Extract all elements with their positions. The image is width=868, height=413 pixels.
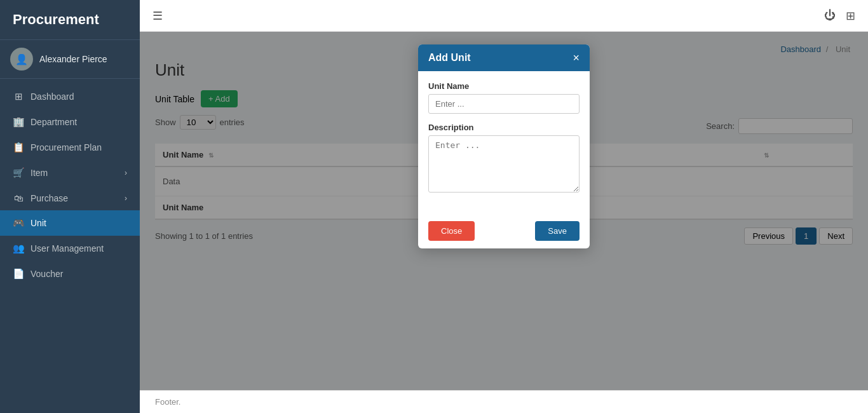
sidebar-item-label: Dashboard — [31, 91, 74, 102]
sidebar-item-voucher[interactable]: 📄 Voucher — [0, 261, 140, 287]
grid-icon[interactable]: ⊞ — [846, 9, 855, 23]
save-button[interactable]: Save — [535, 221, 580, 241]
sidebar-item-label: Procurement Plan — [31, 142, 102, 152]
sidebar-item-unit[interactable]: 🎮 Unit — [0, 210, 140, 236]
user-profile: 👤 Alexander Pierce — [0, 39, 140, 79]
sidebar-nav: ⊞ Dashboard 🏢 Department 📋 Procurement P… — [0, 79, 140, 413]
username: Alexander Pierce — [39, 54, 107, 64]
footer: Footer. — [140, 390, 868, 413]
sidebar-item-label: User Management — [31, 243, 104, 254]
modal-close-button[interactable]: × — [573, 52, 580, 64]
sidebar-item-procurement-plan[interactable]: 📋 Procurement Plan — [0, 135, 140, 160]
power-icon[interactable]: ⏻ — [824, 9, 836, 22]
purchase-icon: 🛍 — [13, 193, 24, 203]
unit-icon: 🎮 — [13, 217, 24, 229]
avatar: 👤 — [10, 48, 33, 71]
modal-footer: Close Save — [418, 213, 590, 248]
topbar: ☰ ⏻ ⊞ — [140, 0, 868, 32]
department-icon: 🏢 — [13, 116, 24, 128]
sidebar-item-department[interactable]: 🏢 Department — [0, 109, 140, 135]
unit-name-input[interactable] — [428, 94, 580, 114]
menu-icon[interactable]: ☰ — [153, 9, 163, 23]
sidebar-item-item[interactable]: 🛒 Item › — [0, 160, 140, 186]
description-label: Description — [428, 123, 580, 132]
item-icon: 🛒 — [13, 167, 24, 179]
sidebar-item-user-management[interactable]: 👥 User Management — [0, 236, 140, 261]
modal-title: Add Unit — [428, 52, 471, 64]
chevron-right-icon: › — [125, 194, 127, 203]
sidebar: Procurement 👤 Alexander Pierce ⊞ Dashboa… — [0, 0, 140, 413]
description-group: Description — [428, 123, 580, 194]
modal: Add Unit × Unit Name Description Close S — [418, 44, 590, 248]
chevron-right-icon: › — [125, 168, 127, 177]
sidebar-item-purchase[interactable]: 🛍 Purchase › — [0, 186, 140, 210]
modal-body: Unit Name Description — [418, 71, 590, 213]
footer-text: Footer. — [155, 397, 180, 407]
content-area: Dashboard / Unit Unit Unit Table + Add S… — [140, 32, 868, 390]
unit-name-group: Unit Name — [428, 81, 580, 114]
sidebar-item-label: Unit — [31, 218, 46, 228]
unit-name-label: Unit Name — [428, 81, 580, 91]
users-icon: 👥 — [13, 243, 24, 254]
sidebar-item-label: Department — [31, 117, 77, 127]
topbar-right: ⏻ ⊞ — [824, 9, 855, 23]
close-button[interactable]: Close — [428, 221, 475, 241]
topbar-left: ☰ — [153, 9, 163, 23]
modal-header: Add Unit × — [418, 44, 590, 71]
sidebar-item-dashboard[interactable]: ⊞ Dashboard — [0, 84, 140, 109]
voucher-icon: 📄 — [13, 268, 24, 280]
description-textarea[interactable] — [428, 135, 580, 193]
app-title: Procurement — [0, 0, 140, 39]
sidebar-item-label: Voucher — [31, 269, 63, 279]
dashboard-icon: ⊞ — [13, 91, 24, 102]
sidebar-item-label: Purchase — [31, 193, 68, 203]
modal-overlay: Add Unit × Unit Name Description Close S — [140, 32, 868, 390]
main-area: ☰ ⏻ ⊞ Dashboard / Unit Unit Unit Table +… — [140, 0, 868, 413]
sidebar-item-label: Item — [31, 168, 48, 178]
procurement-icon: 📋 — [13, 142, 24, 153]
